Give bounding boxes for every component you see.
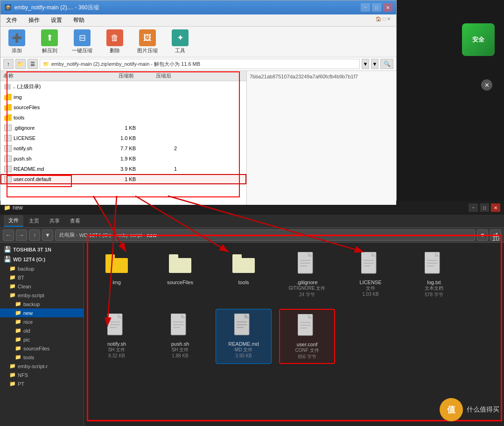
search-btn[interactable]: 🔍 — [380, 59, 393, 69]
tab-share[interactable]: 共享 — [45, 216, 64, 226]
sidebar-item-toshiba[interactable]: 💾 TOSHIBA 3T 1N — [0, 244, 84, 254]
pathbar-nav-list[interactable]: ☰ — [28, 59, 38, 69]
toolbar-imgcompress-btn[interactable]: 🖼 图片压缩 — [136, 29, 159, 54]
explorer-close-btn[interactable]: ✕ — [491, 203, 500, 212]
sidebar-item-embyscript[interactable]: 📁 emby-script — [0, 291, 84, 300]
menu-help[interactable]: 帮助 — [71, 15, 86, 25]
sidebar-item-pic[interactable]: 📁 pic — [0, 335, 84, 344]
archive-menubar: 文件 操作 设置 帮助 🏠 □ ✕ — [0, 14, 396, 27]
file-item-userconf[interactable]: user.conf CONF 文件 856 字节 — [279, 309, 335, 364]
sidebar-item-nfs[interactable]: 📁 NFS — [0, 370, 84, 379]
toolbar-add-btn[interactable]: ➕ 添加 — [5, 29, 28, 54]
list-item[interactable]: notify.sh 7.7 KB 2 — [0, 143, 246, 154]
list-item-userconf[interactable]: user.conf.default 1 KB — [0, 174, 246, 184]
toolbar-extract-btn[interactable]: ⬆ 解压到 — [38, 29, 61, 54]
archive-maximize-btn[interactable]: □ — [372, 3, 381, 12]
sidebar-item-backup2[interactable]: 📁 backup — [0, 300, 84, 308]
folder-icon-tools2: 📁 — [15, 354, 21, 360]
file-icon-push — [4, 155, 12, 162]
item-packed-readme: 1 — [140, 166, 177, 172]
toolbar-compress-btn[interactable]: ⊟ 一键压缩 — [70, 29, 94, 54]
list-item[interactable]: sourceFiles — [0, 102, 246, 112]
folder-icon-nfs: 📁 — [9, 372, 16, 378]
list-item[interactable]: .gitignore 1 KB — [0, 123, 246, 133]
addr-forward-btn[interactable]: → — [16, 230, 27, 241]
dropdown-btn[interactable]: ▼ — [362, 59, 369, 69]
file-size-gitignore: 24 字节 — [299, 292, 315, 298]
sidebar-item-tools[interactable]: 📁 tools — [0, 353, 84, 362]
list-item[interactable]: tools — [0, 112, 246, 123]
explorer-minimize-btn[interactable]: － — [469, 203, 478, 212]
sidebar-label-clean: Clean — [18, 284, 31, 289]
addr-recent-btn[interactable]: ▼ — [42, 230, 53, 241]
list-item[interactable]: img — [0, 92, 246, 102]
file-item-gitignore[interactable]: .gitignore GITIGNORE 文件 24 字节 — [279, 247, 335, 301]
path-sep1: › — [76, 232, 78, 238]
list-item[interactable]: push.sh 1.9 KB — [0, 154, 246, 164]
menu-file[interactable]: 文件 — [4, 15, 19, 25]
file-item-tools[interactable]: tools — [216, 247, 272, 301]
sidebar-item-old[interactable]: 📁 old — [0, 326, 84, 335]
tab-home[interactable]: 主页 — [24, 216, 44, 226]
archive-minimize-btn[interactable]: － — [361, 3, 370, 12]
toolbar-delete-btn[interactable]: 🗑 删除 — [103, 29, 126, 54]
file-item-push[interactable]: push.sh SH 文件 1.88 KB — [152, 309, 208, 364]
hash-value: 7bba21ab875107da23249a7af60fcfb4b9b7b1f7 — [250, 74, 358, 79]
item-packed-notify: 2 — [140, 146, 177, 151]
sidebar-item-embyscriptr[interactable]: 📁 emby-script-r — [0, 362, 84, 370]
file-size-userconf: 856 字节 — [298, 354, 316, 360]
list-item[interactable]: LICENSE 1.0 KB — [0, 133, 246, 143]
dropdown2-btn[interactable]: ▼ — [371, 59, 378, 69]
menu-right-icons: 🏠 □ ✕ — [374, 15, 392, 25]
file-item-license[interactable]: LICENSE 文件 1.03 KB — [343, 247, 399, 301]
list-item[interactable]: README.md 3.9 KB 1 — [0, 164, 246, 174]
close-x-btn[interactable]: ✕ — [481, 79, 492, 91]
archive-close-btn[interactable]: ✕ — [383, 3, 392, 12]
pathbar-nav-folder[interactable]: 📁 — [15, 59, 26, 69]
tab-view[interactable]: 查看 — [65, 216, 85, 226]
folder-icon-tools — [4, 114, 12, 121]
menu-operation[interactable]: 操作 — [27, 15, 42, 25]
addr-dropdown-btn[interactable]: ▼ — [477, 230, 488, 241]
menu-settings[interactable]: 设置 — [49, 15, 64, 25]
file-item-img[interactable]: img — [89, 247, 145, 301]
page-number: 10 — [492, 235, 499, 242]
item-name-gitignore: .gitignore — [14, 125, 102, 131]
file-size-push: 1.88 KB — [172, 353, 189, 358]
sidebar-item-nice[interactable]: 📁 nice — [0, 317, 84, 326]
dark-right-panel: 安全 ✕ — [397, 0, 504, 201]
sidebar-item-wd[interactable]: 💾 WD 12T4 (O:) — [0, 254, 84, 264]
folder-icon-bt: 📁 — [9, 274, 16, 280]
addr-path-field[interactable]: 此电脑 › WD 12T4 (O:) › emby-script › new — [55, 230, 475, 241]
files-grid: img sourceFiles — [89, 247, 499, 364]
file-item-sourcefiles[interactable]: sourceFiles — [152, 247, 208, 301]
item-name-notify: notify.sh — [14, 146, 102, 151]
item-name-tools: tools — [14, 115, 102, 120]
sidebar-item-backup[interactable]: 📁 backup — [0, 264, 84, 273]
folder-icon-backup2: 📁 — [15, 301, 21, 307]
toolbar-tools-btn[interactable]: ✦ 工具 — [168, 29, 192, 54]
path-new: new — [147, 232, 156, 238]
sidebar-item-pt[interactable]: 📁 PT — [0, 379, 84, 388]
sidebar-item-sourcefiles[interactable]: 📁 sourceFiles — [0, 344, 84, 353]
archive-pathbar: ↑ 📁 ☰ 📁 emby_notify-main (2).zip\emby_no… — [0, 57, 396, 71]
addr-up-btn[interactable]: ↑ — [29, 230, 40, 241]
item-size-readme: 3.9 KB — [102, 166, 140, 172]
list-item[interactable]: .. (上级目录) — [0, 81, 246, 92]
pathbar-nav-up[interactable]: ↑ — [3, 59, 14, 69]
addr-back-btn[interactable]: ← — [3, 230, 14, 241]
tab-file[interactable]: 文件 — [4, 215, 23, 227]
sidebar-label-nice: nice — [23, 319, 33, 325]
explorer-maximize-btn[interactable]: □ — [480, 203, 489, 212]
folder-icon-clean: 📁 — [9, 283, 16, 289]
imgcompress-icon: 🖼 — [139, 29, 156, 46]
file-item-notify[interactable]: notify.sh SH 文件 8.32 KB — [89, 309, 145, 364]
file-item-log[interactable]: log.txt 文本文档 578 字节 — [406, 247, 462, 301]
sidebar-item-bt[interactable]: 📁 BT — [0, 273, 84, 282]
sidebar-item-clean[interactable]: 📁 Clean — [0, 282, 84, 291]
sidebar-item-new[interactable]: 📁 new — [0, 308, 84, 317]
sidebar-label-nfs: NFS — [18, 372, 28, 378]
svg-rect-4 — [232, 258, 255, 273]
file-item-readme[interactable]: README.md MD 文件 3.90 KB — [216, 309, 272, 364]
folder-icon-up — [4, 84, 11, 90]
